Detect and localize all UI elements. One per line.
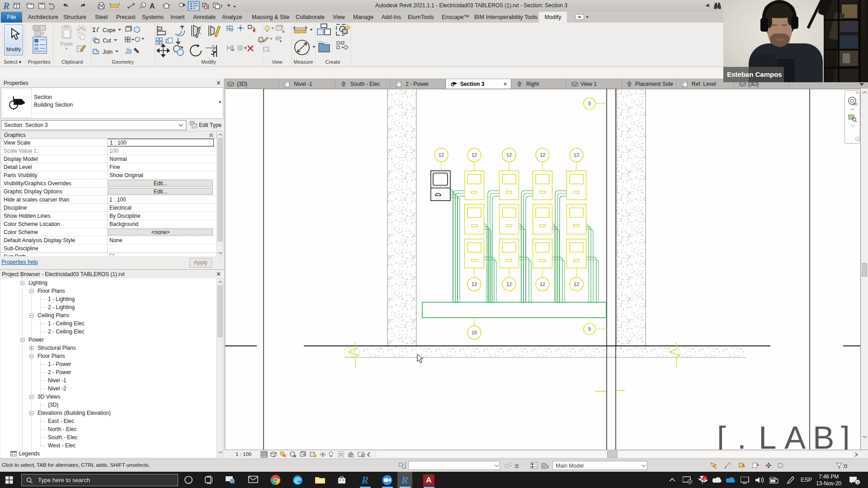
svg-text:9: 9 xyxy=(588,326,591,332)
svg-text:12: 12 xyxy=(472,282,477,287)
svg-text:12: 12 xyxy=(540,152,545,158)
svg-text:Join: Join xyxy=(103,49,113,55)
svg-text:A: A xyxy=(150,2,155,10)
svg-text::0: :0 xyxy=(843,463,847,469)
svg-text:Modify: Modify xyxy=(6,47,21,52)
svg-text:15: 15 xyxy=(472,330,477,335)
svg-text:Cope: Cope xyxy=(103,27,116,33)
svg-text:12: 12 xyxy=(506,282,512,287)
svg-text:12: 12 xyxy=(472,152,477,158)
svg-text:12: 12 xyxy=(574,282,579,287)
svg-text:1: 1 xyxy=(704,477,706,481)
svg-text:R: R xyxy=(3,1,9,11)
svg-text:12: 12 xyxy=(439,152,444,158)
svg-text:12: 12 xyxy=(540,282,545,287)
svg-text:2D: 2D xyxy=(853,102,858,106)
svg-text:12: 12 xyxy=(506,152,512,158)
svg-text:Cut: Cut xyxy=(103,38,111,44)
svg-text::0: :0 xyxy=(514,463,519,469)
svg-text:Paste: Paste xyxy=(60,41,73,47)
svg-text:9: 9 xyxy=(588,101,591,106)
svg-text:12: 12 xyxy=(574,152,579,158)
svg-text:1: 1 xyxy=(142,3,144,7)
svg-text:3: 3 xyxy=(857,480,859,485)
